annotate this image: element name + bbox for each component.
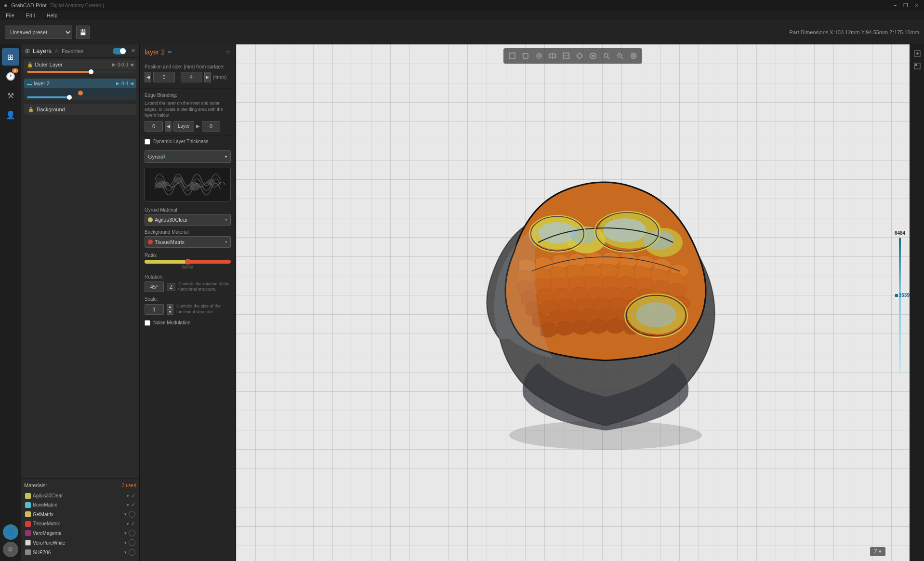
sup-name: SUP706 xyxy=(33,550,122,555)
pos-from-input[interactable] xyxy=(153,72,175,82)
restore-button[interactable]: ❐ xyxy=(902,1,910,9)
material-row-sup[interactable]: SUP706 ▾ xyxy=(24,548,136,557)
close-button[interactable]: ✕ xyxy=(912,1,920,9)
vp-btn-view2[interactable] xyxy=(547,50,558,62)
material-row-agilus[interactable]: Agilus30Clear ▾ ✓ xyxy=(24,491,136,500)
material-row-veropure[interactable]: VeroPureWhite ▾ xyxy=(24,538,136,548)
outer-layer-slider-row xyxy=(24,69,136,75)
sidebar-icon-history[interactable]: 🕐 5 xyxy=(2,67,19,85)
material-row-gel[interactable]: GelMatrix ▾ xyxy=(24,509,136,519)
layer-header-outer[interactable]: 🔒 Outer Layer ▶ 0·0.3 ◀ xyxy=(24,60,136,69)
ratio-slider[interactable] xyxy=(145,260,231,264)
sidebar-icon-settings[interactable]: ⚙ xyxy=(3,542,18,557)
sidebar-icon-layers[interactable]: ⊞ xyxy=(2,48,19,66)
veropure-dropdown[interactable]: ▾ xyxy=(124,540,127,545)
material-row-bone[interactable]: BoneMatrix ▾ ✓ xyxy=(24,500,136,509)
layer-button[interactable]: Layer xyxy=(173,121,194,132)
vp-btn-view1[interactable] xyxy=(533,50,545,62)
materials-count: 3 used xyxy=(122,483,136,488)
bone-dropdown[interactable]: ▾ xyxy=(127,503,129,508)
layer2-slider[interactable] xyxy=(27,96,133,98)
scale-up-btn[interactable]: ▲ xyxy=(167,304,173,309)
rotation-row: Z Controls the rotation of the functiona… xyxy=(145,281,231,293)
vp-btn-view3[interactable] xyxy=(560,50,572,62)
star-favorite-icon[interactable]: ☆ xyxy=(225,49,231,55)
bg-mat-color xyxy=(148,240,153,244)
noise-row: Noise Modulation xyxy=(140,317,236,329)
background-material-select[interactable]: TissueMatrix ▾ xyxy=(145,236,231,248)
edge-inner-stepper[interactable]: ◀ xyxy=(165,121,172,132)
sidebar-icon-figures[interactable]: 👤 xyxy=(2,106,19,123)
vp-btn-cube2[interactable] xyxy=(520,50,531,62)
left-sidebar: ⊞ 🕐 5 ⚒ 👤 👤 ⚙ xyxy=(0,44,21,561)
gel-dropdown[interactable]: ▾ xyxy=(124,512,127,517)
right-sidebar xyxy=(910,44,924,561)
gyroid-info-icon: ℹ xyxy=(163,154,165,159)
dynamic-layer-checkbox[interactable] xyxy=(145,139,150,145)
layer-item-outer: 🔒 Outer Layer ▶ 0·0.3 ◀ xyxy=(24,60,136,75)
svg-line-16 xyxy=(607,57,609,59)
vp-btn-zoom[interactable] xyxy=(614,50,626,62)
zoom-control[interactable]: Z ▾ xyxy=(870,547,885,556)
scale-input[interactable] xyxy=(145,304,164,315)
layers-toggle[interactable] xyxy=(113,48,126,54)
gyroid-material-select[interactable]: Agilus30Clear ▾ xyxy=(145,214,231,226)
scale-down-btn[interactable]: ▼ xyxy=(167,309,173,315)
save-preset-button[interactable]: 💾 xyxy=(76,26,90,39)
background-layer[interactable]: 🔒 Background xyxy=(24,104,136,115)
background-name: Background xyxy=(37,107,65,112)
bg-mat-name: TissueMatrix xyxy=(155,239,223,245)
menu-edit[interactable]: Edit xyxy=(24,12,37,19)
vp-btn-view4[interactable] xyxy=(574,50,585,62)
edit-layer-icon[interactable]: ✏ xyxy=(168,49,172,55)
sidebar-icon-user[interactable]: 👤 xyxy=(3,524,18,540)
right-icon-export[interactable] xyxy=(912,48,923,59)
scale-stepper[interactable]: ▲ ▼ xyxy=(167,304,173,315)
material-row-tissue[interactable]: TissueMatrix ▾ ✓ xyxy=(24,519,136,528)
layer-header-2[interactable]: ▬ layer 2 ▶ 0·4 ◀ xyxy=(24,79,136,88)
vp-btn-settings[interactable] xyxy=(628,50,639,62)
rotation-axis-label: Z xyxy=(167,283,175,291)
gyroid-material-row: Gyroid Material Agilus30Clear ▾ xyxy=(140,205,236,227)
viewport[interactable]: 6484 3539 Z ▾ xyxy=(236,44,910,561)
favorites-button[interactable]: Favorites xyxy=(62,48,83,54)
sup-dropdown[interactable]: ▾ xyxy=(124,550,127,555)
noise-label: Noise Modulation xyxy=(153,320,190,325)
pos-to-input[interactable] xyxy=(181,72,202,82)
menu-help[interactable]: Help xyxy=(45,12,60,19)
layers-icon: ⊞ xyxy=(7,53,13,62)
noise-checkbox[interactable] xyxy=(145,320,150,326)
vp-btn-cube1[interactable] xyxy=(506,50,518,62)
veromagenta-dropdown[interactable]: ▾ xyxy=(124,531,127,535)
rotation-deg-input[interactable] xyxy=(145,281,164,292)
bone-name: BoneMatrix xyxy=(33,502,125,508)
menu-file[interactable]: File xyxy=(4,12,16,19)
edge-blending-section: Edge Blending: Extend the layer on the i… xyxy=(140,89,236,136)
scale-row: ▲ ▼ Controls the size of the functional … xyxy=(145,304,231,315)
pos-from-left-stepper[interactable]: ◀ xyxy=(145,72,151,82)
material-row-veromagenta[interactable]: VeroMagenta ▾ xyxy=(24,528,136,538)
ratio-section: Ratio: 50-50 xyxy=(140,250,236,272)
sidebar-icon-tools[interactable]: ⚒ xyxy=(2,87,19,104)
preset-select[interactable]: Unsaved preset xyxy=(5,26,72,39)
vp-btn-search[interactable] xyxy=(601,50,612,62)
pos-to-right-stepper[interactable]: ▶ xyxy=(204,72,211,82)
edge-inner-input[interactable] xyxy=(145,121,163,132)
close-layers-icon[interactable]: ✕ xyxy=(131,48,135,54)
edge-outer-input[interactable] xyxy=(202,121,220,132)
layers-panel-title: Layers xyxy=(33,47,52,54)
scale-label: Scale: xyxy=(145,296,231,302)
titlebar-left: ● GrabCAD Print Digital Anatomy Creator … xyxy=(4,2,104,9)
part-dimensions: Part Dimensions X:103.12mm Y:94.55mm Z:1… xyxy=(790,29,919,35)
agilus-dropdown[interactable]: ▾ xyxy=(127,494,129,498)
vp-btn-view5[interactable] xyxy=(587,50,599,62)
outer-layer-slider[interactable] xyxy=(27,71,133,73)
agilus-color-swatch xyxy=(25,493,31,499)
tissue-dropdown[interactable]: ▾ xyxy=(127,521,129,526)
minimize-button[interactable]: − xyxy=(891,1,899,9)
layers-panel: ⊞ Layers ☆ Favorites ✕ 🔒 Outer Layer ▶ 0… xyxy=(21,44,140,561)
gyroid-select[interactable]: Gyroid ℹ ▾ xyxy=(145,150,231,163)
materials-section: Materials: 3 used Agilus30Clear ▾ ✓ Bone… xyxy=(21,478,139,561)
gyroid-preview xyxy=(145,168,231,201)
right-icon-view[interactable] xyxy=(912,61,923,71)
